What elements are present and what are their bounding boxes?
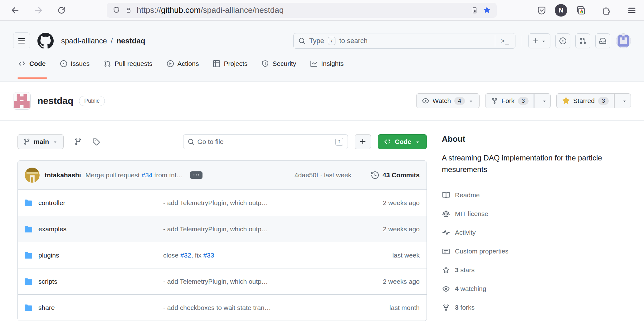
file-commit-time: last month [351, 304, 420, 312]
forks-link[interactable]: 3 forks [442, 298, 629, 317]
notifications-inbox-button[interactable] [595, 33, 610, 48]
issue-link[interactable]: #33 [203, 252, 214, 259]
github-logo[interactable] [37, 33, 54, 49]
file-commit-message[interactable]: - add TelemetryPlugin, which outp… [163, 225, 351, 233]
pull-requests-dashboard-button[interactable] [575, 33, 590, 48]
code-download-button[interactable]: Code [378, 134, 427, 149]
go-to-file-search[interactable]: t [183, 134, 348, 149]
forks-label: forks [459, 304, 475, 311]
tab-label: Insights [321, 60, 344, 67]
commit-author-name[interactable]: tntakahashi [45, 171, 81, 179]
law-scales-icon [442, 210, 450, 218]
tracking-protection-shield-icon[interactable] [112, 6, 120, 14]
issue-link[interactable]: #32 [180, 252, 191, 259]
go-to-file-input[interactable] [198, 138, 332, 145]
license-link[interactable]: MIT license [442, 204, 629, 223]
branch-selector-button[interactable]: main [17, 134, 64, 149]
fork-dropdown-button[interactable] [534, 93, 551, 108]
tab-security[interactable]: Security [256, 57, 302, 71]
bookmark-star-icon[interactable] [483, 6, 491, 14]
app-menu-button[interactable] [627, 6, 637, 15]
global-nav-menu-button[interactable] [13, 32, 30, 49]
repo-tab-nav: Code Issues Pull requests Actions Projec… [13, 57, 631, 81]
custom-properties-link[interactable]: Custom properties [442, 242, 629, 261]
tab-actions[interactable]: Actions [161, 57, 205, 71]
file-name-link[interactable]: plugins [38, 252, 163, 259]
extension-n-badge[interactable]: N [555, 4, 567, 17]
header-divider [522, 36, 522, 46]
table-row[interactable]: plugins close #32, fix #33 last week [18, 242, 427, 268]
watching-link[interactable]: 4 watching [442, 279, 629, 298]
fork-button[interactable]: Fork 3 [485, 93, 534, 108]
custom-properties-label: Custom properties [455, 248, 509, 255]
global-search-button[interactable]: Type / to search >_ [293, 33, 515, 49]
repo-title[interactable]: nestdaq [37, 96, 73, 106]
breadcrumb-separator: / [111, 37, 113, 45]
activity-link[interactable]: Activity [442, 223, 629, 242]
file-name-link[interactable]: scripts [38, 278, 163, 285]
browser-forward-button[interactable] [31, 2, 46, 18]
tab-projects[interactable]: Projects [207, 57, 253, 71]
table-row[interactable]: examples - add TelemetryPlugin, which ou… [18, 216, 427, 242]
table-row[interactable]: scripts - add TelemetryPlugin, which out… [18, 268, 427, 294]
repo-forked-icon [442, 304, 450, 311]
commit-author-avatar[interactable] [25, 168, 40, 183]
file-name-link[interactable]: examples [38, 225, 163, 233]
add-file-button[interactable] [355, 134, 371, 149]
fork-count: 3 [518, 97, 529, 105]
starred-button[interactable]: Starred 3 [556, 93, 615, 108]
star-outline-icon [442, 267, 450, 274]
file-name-link[interactable]: share [38, 304, 163, 312]
branches-link[interactable] [74, 138, 82, 145]
commit-message-expander-button[interactable] [190, 171, 202, 179]
activity-label: Activity [455, 229, 476, 236]
file-name-link[interactable]: controller [38, 199, 163, 207]
breadcrumb-repo-link[interactable]: nestdaq [116, 37, 145, 45]
browser-reload-button[interactable] [54, 2, 69, 18]
commit-history-link[interactable]: 43 Commits [371, 171, 420, 179]
user-avatar[interactable] [616, 33, 631, 48]
create-new-button[interactable] [528, 33, 550, 48]
stars-link[interactable]: 3 stars [442, 261, 629, 279]
command-palette-button[interactable]: >_ [495, 35, 510, 47]
commit-message[interactable]: Merge pull request #34 from tnt… [85, 171, 183, 179]
browser-back-button[interactable] [7, 2, 23, 18]
file-commit-message[interactable]: - add TelemetryPlugin, which outp… [163, 278, 351, 285]
url-text[interactable]: https://github.com/spadi-alliance/nestda… [137, 5, 284, 15]
file-commit-message[interactable]: close #32, fix #33 [163, 252, 351, 259]
file-commit-message[interactable]: - add TelemetryPlugin, which outp… [163, 199, 351, 207]
note-icon [442, 248, 450, 255]
latest-commit-bar: tntakahashi Merge pull request #34 from … [18, 161, 427, 189]
three-bars-icon [18, 37, 25, 45]
url-bar[interactable]: https://github.com/spadi-alliance/nestda… [107, 3, 497, 18]
repo-identicon-image [13, 92, 30, 109]
readme-link[interactable]: Readme [442, 186, 629, 204]
extensions-button[interactable] [602, 5, 612, 15]
issue-opened-icon [559, 37, 566, 44]
tab-pull-requests[interactable]: Pull requests [98, 57, 158, 71]
tags-link[interactable] [92, 138, 100, 145]
file-commit-message[interactable]: - add checkboxes to wait state tran… [163, 304, 351, 312]
url-domain: github.com [161, 5, 201, 15]
file-browser-column: main t Code [17, 134, 427, 321]
table-row[interactable]: controller - add TelemetryPlugin, which … [18, 189, 427, 216]
tab-issues[interactable]: Issues [55, 57, 95, 71]
container-tabs-button[interactable] [575, 5, 586, 16]
plus-icon [532, 37, 539, 44]
github-header: spadi-alliance / nestdaq Type / to searc… [0, 21, 644, 81]
star-dropdown-button[interactable] [615, 93, 631, 108]
pocket-button[interactable] [537, 5, 547, 15]
tab-label: Security [272, 60, 296, 67]
table-row[interactable]: share - add checkboxes to wait state tra… [18, 294, 427, 321]
watching-count: 4 [455, 285, 459, 292]
commit-sha-and-time[interactable]: 4dae50f · last week [295, 171, 351, 179]
lock-icon[interactable] [125, 7, 132, 14]
tab-code[interactable]: Code [13, 57, 51, 71]
tab-insights[interactable]: Insights [305, 57, 349, 71]
issues-dashboard-button[interactable] [555, 33, 570, 48]
breadcrumb-org-link[interactable]: spadi-alliance [61, 37, 107, 45]
pr-number-link[interactable]: #34 [141, 171, 152, 179]
readme-label: Readme [455, 191, 480, 199]
watch-button[interactable]: Watch 4 [416, 93, 480, 108]
reader-mode-icon[interactable] [471, 6, 478, 14]
